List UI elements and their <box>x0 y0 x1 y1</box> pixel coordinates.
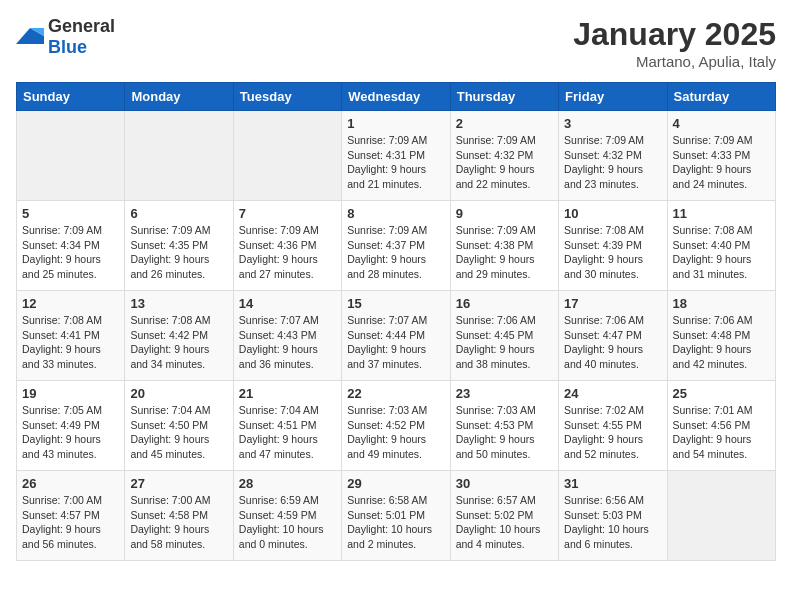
calendar-cell <box>667 471 775 561</box>
day-info: Sunrise: 6:56 AM Sunset: 5:03 PM Dayligh… <box>564 493 661 552</box>
day-number: 6 <box>130 206 227 221</box>
week-row-4: 19Sunrise: 7:05 AM Sunset: 4:49 PM Dayli… <box>17 381 776 471</box>
day-info: Sunrise: 7:00 AM Sunset: 4:57 PM Dayligh… <box>22 493 119 552</box>
day-number: 31 <box>564 476 661 491</box>
logo-icon <box>16 26 44 48</box>
day-number: 2 <box>456 116 553 131</box>
day-number: 16 <box>456 296 553 311</box>
day-info: Sunrise: 7:03 AM Sunset: 4:52 PM Dayligh… <box>347 403 444 462</box>
day-info: Sunrise: 7:07 AM Sunset: 4:44 PM Dayligh… <box>347 313 444 372</box>
column-header-thursday: Thursday <box>450 83 558 111</box>
day-number: 7 <box>239 206 336 221</box>
calendar-cell: 20Sunrise: 7:04 AM Sunset: 4:50 PM Dayli… <box>125 381 233 471</box>
calendar-cell: 31Sunrise: 6:56 AM Sunset: 5:03 PM Dayli… <box>559 471 667 561</box>
day-number: 9 <box>456 206 553 221</box>
day-info: Sunrise: 7:04 AM Sunset: 4:51 PM Dayligh… <box>239 403 336 462</box>
week-row-1: 1Sunrise: 7:09 AM Sunset: 4:31 PM Daylig… <box>17 111 776 201</box>
week-row-2: 5Sunrise: 7:09 AM Sunset: 4:34 PM Daylig… <box>17 201 776 291</box>
calendar-cell: 1Sunrise: 7:09 AM Sunset: 4:31 PM Daylig… <box>342 111 450 201</box>
day-info: Sunrise: 7:07 AM Sunset: 4:43 PM Dayligh… <box>239 313 336 372</box>
day-number: 4 <box>673 116 770 131</box>
day-number: 23 <box>456 386 553 401</box>
calendar-cell: 23Sunrise: 7:03 AM Sunset: 4:53 PM Dayli… <box>450 381 558 471</box>
calendar-cell: 17Sunrise: 7:06 AM Sunset: 4:47 PM Dayli… <box>559 291 667 381</box>
logo-text: General Blue <box>48 16 115 58</box>
day-info: Sunrise: 7:08 AM Sunset: 4:41 PM Dayligh… <box>22 313 119 372</box>
day-number: 28 <box>239 476 336 491</box>
header-row: SundayMondayTuesdayWednesdayThursdayFrid… <box>17 83 776 111</box>
calendar-cell: 25Sunrise: 7:01 AM Sunset: 4:56 PM Dayli… <box>667 381 775 471</box>
calendar-cell <box>125 111 233 201</box>
day-number: 30 <box>456 476 553 491</box>
calendar-cell: 6Sunrise: 7:09 AM Sunset: 4:35 PM Daylig… <box>125 201 233 291</box>
day-info: Sunrise: 7:01 AM Sunset: 4:56 PM Dayligh… <box>673 403 770 462</box>
calendar-table: SundayMondayTuesdayWednesdayThursdayFrid… <box>16 82 776 561</box>
day-info: Sunrise: 7:02 AM Sunset: 4:55 PM Dayligh… <box>564 403 661 462</box>
calendar-cell: 5Sunrise: 7:09 AM Sunset: 4:34 PM Daylig… <box>17 201 125 291</box>
day-info: Sunrise: 7:00 AM Sunset: 4:58 PM Dayligh… <box>130 493 227 552</box>
logo: General Blue <box>16 16 115 58</box>
day-info: Sunrise: 7:06 AM Sunset: 4:47 PM Dayligh… <box>564 313 661 372</box>
day-number: 8 <box>347 206 444 221</box>
day-info: Sunrise: 7:06 AM Sunset: 4:45 PM Dayligh… <box>456 313 553 372</box>
column-header-tuesday: Tuesday <box>233 83 341 111</box>
day-number: 25 <box>673 386 770 401</box>
day-number: 5 <box>22 206 119 221</box>
calendar-cell: 3Sunrise: 7:09 AM Sunset: 4:32 PM Daylig… <box>559 111 667 201</box>
day-info: Sunrise: 6:57 AM Sunset: 5:02 PM Dayligh… <box>456 493 553 552</box>
day-info: Sunrise: 7:06 AM Sunset: 4:48 PM Dayligh… <box>673 313 770 372</box>
day-number: 14 <box>239 296 336 311</box>
calendar-cell: 8Sunrise: 7:09 AM Sunset: 4:37 PM Daylig… <box>342 201 450 291</box>
page-header: General Blue January 2025 Martano, Apuli… <box>16 16 776 70</box>
calendar-cell: 28Sunrise: 6:59 AM Sunset: 4:59 PM Dayli… <box>233 471 341 561</box>
calendar-cell: 9Sunrise: 7:09 AM Sunset: 4:38 PM Daylig… <box>450 201 558 291</box>
calendar-cell: 29Sunrise: 6:58 AM Sunset: 5:01 PM Dayli… <box>342 471 450 561</box>
day-info: Sunrise: 7:09 AM Sunset: 4:33 PM Dayligh… <box>673 133 770 192</box>
day-number: 18 <box>673 296 770 311</box>
day-info: Sunrise: 7:03 AM Sunset: 4:53 PM Dayligh… <box>456 403 553 462</box>
calendar-cell: 16Sunrise: 7:06 AM Sunset: 4:45 PM Dayli… <box>450 291 558 381</box>
day-info: Sunrise: 7:08 AM Sunset: 4:39 PM Dayligh… <box>564 223 661 282</box>
calendar-cell: 2Sunrise: 7:09 AM Sunset: 4:32 PM Daylig… <box>450 111 558 201</box>
day-info: Sunrise: 7:04 AM Sunset: 4:50 PM Dayligh… <box>130 403 227 462</box>
day-number: 29 <box>347 476 444 491</box>
column-header-sunday: Sunday <box>17 83 125 111</box>
day-info: Sunrise: 7:09 AM Sunset: 4:32 PM Dayligh… <box>564 133 661 192</box>
day-number: 24 <box>564 386 661 401</box>
day-info: Sunrise: 7:09 AM Sunset: 4:35 PM Dayligh… <box>130 223 227 282</box>
day-number: 22 <box>347 386 444 401</box>
day-number: 10 <box>564 206 661 221</box>
day-number: 1 <box>347 116 444 131</box>
calendar-cell: 18Sunrise: 7:06 AM Sunset: 4:48 PM Dayli… <box>667 291 775 381</box>
day-info: Sunrise: 7:08 AM Sunset: 4:40 PM Dayligh… <box>673 223 770 282</box>
calendar-cell: 15Sunrise: 7:07 AM Sunset: 4:44 PM Dayli… <box>342 291 450 381</box>
day-info: Sunrise: 7:09 AM Sunset: 4:37 PM Dayligh… <box>347 223 444 282</box>
day-number: 27 <box>130 476 227 491</box>
column-header-wednesday: Wednesday <box>342 83 450 111</box>
logo-blue: Blue <box>48 37 87 57</box>
day-info: Sunrise: 6:58 AM Sunset: 5:01 PM Dayligh… <box>347 493 444 552</box>
day-number: 17 <box>564 296 661 311</box>
day-number: 12 <box>22 296 119 311</box>
logo-general: General <box>48 16 115 36</box>
title-block: January 2025 Martano, Apulia, Italy <box>573 16 776 70</box>
calendar-cell: 27Sunrise: 7:00 AM Sunset: 4:58 PM Dayli… <box>125 471 233 561</box>
day-info: Sunrise: 7:09 AM Sunset: 4:34 PM Dayligh… <box>22 223 119 282</box>
day-number: 19 <box>22 386 119 401</box>
calendar-cell: 24Sunrise: 7:02 AM Sunset: 4:55 PM Dayli… <box>559 381 667 471</box>
calendar-cell: 14Sunrise: 7:07 AM Sunset: 4:43 PM Dayli… <box>233 291 341 381</box>
calendar-cell <box>233 111 341 201</box>
calendar-cell: 4Sunrise: 7:09 AM Sunset: 4:33 PM Daylig… <box>667 111 775 201</box>
calendar-body: 1Sunrise: 7:09 AM Sunset: 4:31 PM Daylig… <box>17 111 776 561</box>
calendar-cell: 11Sunrise: 7:08 AM Sunset: 4:40 PM Dayli… <box>667 201 775 291</box>
calendar-cell: 26Sunrise: 7:00 AM Sunset: 4:57 PM Dayli… <box>17 471 125 561</box>
column-header-friday: Friday <box>559 83 667 111</box>
day-info: Sunrise: 7:09 AM Sunset: 4:38 PM Dayligh… <box>456 223 553 282</box>
day-number: 13 <box>130 296 227 311</box>
day-number: 3 <box>564 116 661 131</box>
day-number: 20 <box>130 386 227 401</box>
day-number: 11 <box>673 206 770 221</box>
day-number: 15 <box>347 296 444 311</box>
day-info: Sunrise: 6:59 AM Sunset: 4:59 PM Dayligh… <box>239 493 336 552</box>
calendar-title: January 2025 <box>573 16 776 53</box>
